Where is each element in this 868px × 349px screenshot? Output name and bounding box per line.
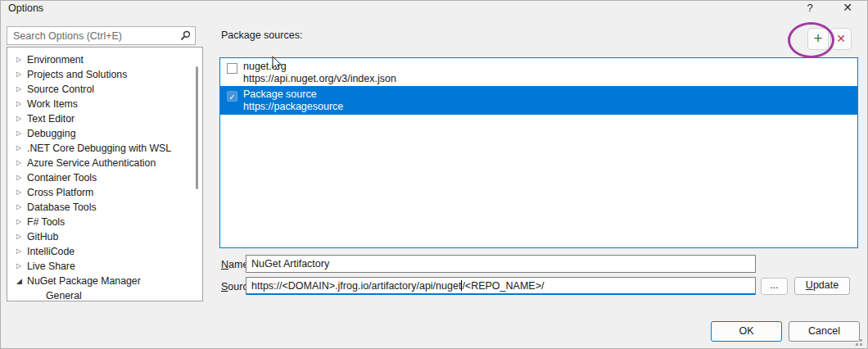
- search-input[interactable]: [7, 27, 175, 44]
- help-icon[interactable]: ?: [803, 2, 816, 15]
- checkbox-unchecked[interactable]: [227, 63, 237, 74]
- source-url: https://api.nuget.org/v3/index.json: [243, 72, 396, 85]
- chevron-right-icon[interactable]: ▷: [16, 259, 27, 274]
- window-title: Options: [8, 2, 43, 14]
- sidebar-item-label: Container Tools: [27, 170, 97, 185]
- sidebar-item-text-editor[interactable]: ▷Text Editor: [7, 111, 202, 126]
- cancel-button[interactable]: Cancel: [789, 321, 860, 342]
- chevron-right-icon[interactable]: ▷: [16, 141, 27, 156]
- sidebar-item-label: Debugging: [27, 126, 76, 141]
- sidebar-item-label: Database Tools: [27, 200, 97, 215]
- source-value-after-caret: /<REPO_NAME>/: [462, 280, 544, 292]
- sidebar-item-intellicode[interactable]: ▷IntelliCode: [7, 244, 202, 259]
- sidebar-item-work-items[interactable]: ▷Work Items: [7, 97, 202, 111]
- source-url: https://packagesource: [243, 100, 343, 113]
- sidebar-item-projects-and-solutions[interactable]: ▷Projects and Solutions: [7, 67, 202, 82]
- close-icon[interactable]: ✕: [839, 1, 856, 16]
- sidebar-item-label: Azure Service Authentication: [27, 156, 156, 170]
- sidebar-item-fsharp-tools[interactable]: ▷F# Tools: [7, 215, 202, 229]
- tree-scrollbar-thumb[interactable]: [196, 66, 198, 189]
- sidebar-item-debugging[interactable]: ▷Debugging: [7, 126, 202, 141]
- sidebar-item-nuget-package-manager[interactable]: ◢NuGet Package Manager: [7, 274, 202, 288]
- add-source-button[interactable]: +: [807, 28, 829, 50]
- chevron-right-icon[interactable]: ▷: [16, 215, 27, 229]
- sidebar-item-environment[interactable]: ▷Environment: [7, 52, 202, 67]
- sidebar-item-label: IntelliCode: [27, 244, 75, 259]
- source-value-before-caret: https://<DOMAIN>.jfrog.io/artifactory/ap…: [251, 280, 461, 292]
- sidebar-item-label: Live Share: [27, 259, 75, 274]
- sidebar-item-label: GitHub: [27, 229, 58, 244]
- chevron-right-icon[interactable]: ▷: [16, 67, 27, 82]
- chevron-right-icon[interactable]: ▷: [16, 185, 27, 200]
- sidebar-item-label: Source Control: [27, 82, 94, 97]
- package-sources-label: Package sources:: [221, 29, 302, 41]
- name-field[interactable]: [246, 255, 756, 273]
- sidebar-item-general[interactable]: General: [7, 288, 202, 301]
- source-field[interactable]: https://<DOMAIN>.jfrog.io/artifactory/ap…: [246, 277, 756, 295]
- sidebar-item-azure-service-authentication[interactable]: ▷Azure Service Authentication: [7, 156, 202, 170]
- search-icon: [180, 30, 191, 41]
- chevron-right-icon[interactable]: ▷: [16, 229, 27, 244]
- sidebar-item-cross-platform[interactable]: ▷Cross Platform: [7, 185, 202, 200]
- sidebar-item-net-core-debugging-with-wsl[interactable]: ▷.NET Core Debugging with WSL: [7, 141, 202, 156]
- update-button[interactable]: Update: [794, 277, 850, 295]
- chevron-right-icon[interactable]: ▷: [16, 111, 27, 126]
- chevron-right-icon[interactable]: ▷: [16, 82, 27, 97]
- chevron-expanded-icon[interactable]: ◢: [16, 274, 27, 288]
- browse-button[interactable]: ...: [761, 278, 788, 295]
- source-name: nuget.org: [243, 60, 287, 73]
- sidebar-item-label: NuGet Package Manager: [27, 274, 141, 288]
- ok-button[interactable]: OK: [711, 321, 782, 342]
- package-sources-list: nuget.org https://api.nuget.org/v3/index…: [219, 57, 858, 248]
- package-source-row-package-source[interactable]: ✓ Package source https://packagesource: [220, 86, 857, 115]
- search-options-box: [7, 26, 196, 45]
- sidebar-item-live-share[interactable]: ▷Live Share: [7, 259, 202, 274]
- chevron-right-icon[interactable]: ▷: [16, 97, 27, 111]
- sidebar-item-label: Environment: [27, 52, 84, 67]
- sidebar-item-label: Text Editor: [27, 111, 75, 126]
- sidebar-item-label: General: [46, 288, 82, 301]
- chevron-right-icon[interactable]: ▷: [16, 170, 27, 185]
- sidebar-item-label: Cross Platform: [27, 185, 93, 200]
- sidebar-item-label: .NET Core Debugging with WSL: [27, 141, 171, 156]
- source-name: Package source: [243, 88, 317, 101]
- remove-source-button[interactable]: ✕: [830, 28, 852, 50]
- chevron-right-icon[interactable]: ▷: [16, 156, 27, 170]
- chevron-right-icon[interactable]: ▷: [16, 52, 27, 67]
- sidebar-item-github[interactable]: ▷GitHub: [7, 229, 202, 244]
- sidebar-item-label: Projects and Solutions: [27, 67, 127, 82]
- sidebar-item-label: F# Tools: [27, 215, 65, 229]
- sidebar-item-database-tools[interactable]: ▷Database Tools: [7, 200, 202, 215]
- sidebar-item-source-control[interactable]: ▷Source Control: [7, 82, 202, 97]
- package-source-row-nuget-org[interactable]: nuget.org https://api.nuget.org/v3/index…: [220, 58, 857, 86]
- chevron-right-icon[interactable]: ▷: [16, 126, 27, 141]
- sidebar-item-container-tools[interactable]: ▷Container Tools: [7, 170, 202, 185]
- checkbox-checked[interactable]: ✓: [227, 91, 237, 102]
- chevron-right-icon[interactable]: ▷: [16, 200, 27, 215]
- options-category-tree: ▷Environment ▷Projects and Solutions ▷So…: [7, 47, 203, 301]
- chevron-right-icon[interactable]: ▷: [16, 244, 27, 259]
- sidebar-item-label: Work Items: [27, 97, 78, 111]
